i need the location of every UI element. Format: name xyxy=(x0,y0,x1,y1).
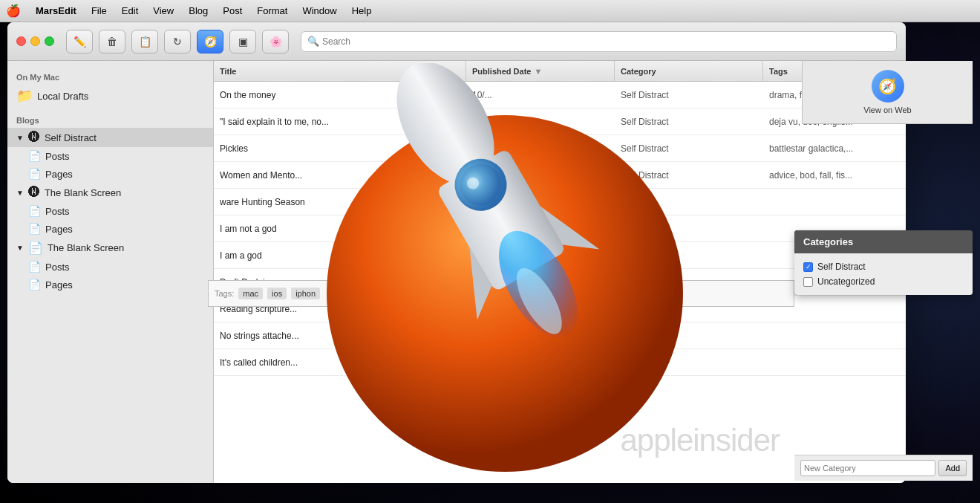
view-on-web-icon: 🧭 xyxy=(872,70,904,103)
tags-row: Tags: mac ios iphon xyxy=(208,280,794,307)
post-tags-3: advice, bod, fall, fis... xyxy=(763,170,906,181)
search-icon: 🔍 xyxy=(307,36,319,47)
post-title-6: I am a god xyxy=(214,250,466,261)
menu-edit[interactable]: Edit xyxy=(116,4,144,18)
post-title-10: It's called children... xyxy=(214,357,466,368)
menu-blog[interactable]: Blog xyxy=(183,4,214,18)
sidebar-item-blank-screen-1-posts[interactable]: 📄 Posts xyxy=(7,202,213,220)
apple-menu[interactable]: 🍎 xyxy=(6,4,21,18)
wordpress-icon: 🅦 xyxy=(28,131,40,144)
categories-panel: Categories ✓ Self Distract Uncategorized xyxy=(794,230,973,295)
sort-icon: ▼ xyxy=(534,67,542,76)
posts-label-1: Posts xyxy=(45,151,70,162)
new-category-input[interactable] xyxy=(800,460,935,476)
posts-label-3: Posts xyxy=(45,262,70,273)
pages-label-3: Pages xyxy=(45,279,73,291)
posts-icon: 📄 xyxy=(28,150,41,162)
date-col-label: Published Date xyxy=(472,67,531,76)
delete-button[interactable]: 🗑 xyxy=(99,30,125,53)
title-bar: ✏️ 🗑 📋 ↻ 🧭 ▣ 🌸 🔍 xyxy=(7,22,906,61)
sidebar-item-blank-screen-2-pages[interactable]: 📄 Pages xyxy=(7,276,213,293)
post-row[interactable]: ware Hunting Season xyxy=(214,189,906,215)
category-item-uncategorized[interactable]: Uncategorized xyxy=(803,274,964,289)
photos-button[interactable]: 🌸 xyxy=(262,30,289,53)
post-category-1: Self Distract xyxy=(615,117,763,127)
post-title-4: ware Hunting Season xyxy=(214,197,466,207)
post-category-0: Self Distract xyxy=(615,90,763,100)
blog-blank-screen-2-label: The Blank Screen xyxy=(48,242,124,253)
file-icon-3: 📄 xyxy=(28,241,43,255)
post-row[interactable]: Women and Mento... Self Distract advice,… xyxy=(214,162,906,189)
sidebar-item-blank-screen-2[interactable]: ▼ 📄 The Blank Screen xyxy=(7,238,213,258)
categories-body: ✓ Self Distract Uncategorized xyxy=(794,253,973,295)
menu-bar: 🍎 MarsEdit File Edit View Blog Post Form… xyxy=(0,0,980,22)
category-checkbox-uncategorized[interactable] xyxy=(803,277,813,287)
col-header-title[interactable]: Title xyxy=(214,61,466,81)
posts-icon-3: 📄 xyxy=(28,261,41,273)
menu-view[interactable]: View xyxy=(147,4,180,18)
new-post-button[interactable]: ✏️ xyxy=(66,30,93,53)
sidebar-item-self-distract-posts[interactable]: 📄 Posts xyxy=(7,147,213,165)
maximize-button[interactable] xyxy=(45,36,54,46)
copy-button[interactable]: 📋 xyxy=(131,30,158,53)
sidebar-item-local-drafts[interactable]: 📁 Local Drafts xyxy=(7,85,213,107)
post-title-2: Pickles xyxy=(214,143,466,154)
search-input[interactable] xyxy=(322,36,890,47)
minimize-button[interactable] xyxy=(30,36,40,46)
chevron-down-icon: ▼ xyxy=(16,134,24,142)
post-title-0: On the money xyxy=(214,90,466,100)
menu-post[interactable]: Post xyxy=(217,4,248,18)
add-category-button[interactable]: Add xyxy=(938,460,967,476)
post-category-2: Self Distract xyxy=(615,143,763,154)
menu-format[interactable]: Format xyxy=(251,4,293,18)
sidebar-item-self-distract[interactable]: ▼ 🅦 Self Distract xyxy=(7,128,213,147)
post-date-0: 10/... xyxy=(466,90,615,100)
new-category-row: Add xyxy=(794,455,973,481)
post-row[interactable]: Pickles Self Distract battlestar galacti… xyxy=(214,135,906,162)
menu-window[interactable]: Window xyxy=(296,4,342,18)
category-uncategorized-label: Uncategorized xyxy=(817,276,875,287)
col-header-date[interactable]: Published Date ▼ xyxy=(466,61,615,81)
menu-marsedit[interactable]: MarsEdit xyxy=(30,4,82,18)
category-item-self-distract[interactable]: ✓ Self Distract xyxy=(803,259,964,274)
tag-badge-ios[interactable]: ios xyxy=(267,288,287,299)
sidebar-item-blank-screen-1-pages[interactable]: 📄 Pages xyxy=(7,220,213,238)
pages-icon: 📄 xyxy=(28,168,41,180)
col-header-category[interactable]: Category xyxy=(615,61,763,81)
categories-header: Categories xyxy=(794,230,973,253)
close-button[interactable] xyxy=(16,36,26,46)
post-tags-2: battlestar galactica,... xyxy=(763,143,906,154)
main-content: On My Mac 📁 Local Drafts Blogs ▼ 🅦 Self … xyxy=(7,61,906,483)
category-checkbox-self-distract[interactable]: ✓ xyxy=(803,262,813,272)
chevron-down-icon-3: ▼ xyxy=(16,244,24,252)
layout-button[interactable]: ▣ xyxy=(229,30,256,53)
sidebar-item-blank-screen-2-posts[interactable]: 📄 Posts xyxy=(7,258,213,276)
watermark: appleinsider xyxy=(621,423,780,458)
post-title-5: I am not a god xyxy=(214,224,466,234)
search-bar[interactable]: 🔍 xyxy=(301,31,897,52)
posts-icon-2: 📄 xyxy=(28,205,41,217)
folder-icon: 📁 xyxy=(16,88,33,104)
view-on-web-label: View on Web xyxy=(863,106,911,114)
menu-help[interactable]: Help xyxy=(346,4,378,18)
tag-badge-mac[interactable]: mac xyxy=(238,288,263,299)
traffic-lights xyxy=(16,36,54,46)
sidebar-item-blank-screen-1[interactable]: ▼ 🅦 The Blank Screen xyxy=(7,183,213,202)
blog-blank-screen-1-label: The Blank Screen xyxy=(45,187,121,198)
sidebar-item-self-distract-pages[interactable]: 📄 Pages xyxy=(7,165,213,183)
post-title-3: Women and Mento... xyxy=(214,170,466,181)
blog-self-distract-label: Self Distract xyxy=(45,132,97,143)
post-row[interactable]: It's called children... xyxy=(214,349,906,376)
post-row[interactable]: No strings attache... xyxy=(214,322,906,349)
pages-icon-3: 📄 xyxy=(28,279,41,291)
tag-badge-iphon[interactable]: iphon xyxy=(291,288,320,299)
posts-label-2: Posts xyxy=(45,206,70,217)
compass-button[interactable]: 🧭 xyxy=(197,30,223,53)
category-self-distract-label: Self Distract xyxy=(817,262,866,272)
refresh-button[interactable]: ↻ xyxy=(164,30,191,53)
menu-file[interactable]: File xyxy=(85,4,113,18)
section-local-label: On My Mac xyxy=(7,70,213,85)
tags-col-label: Tags xyxy=(769,67,788,76)
post-category-3: Self Distract xyxy=(615,170,763,181)
post-title-1: "I said explain it to me, no... xyxy=(214,117,466,127)
